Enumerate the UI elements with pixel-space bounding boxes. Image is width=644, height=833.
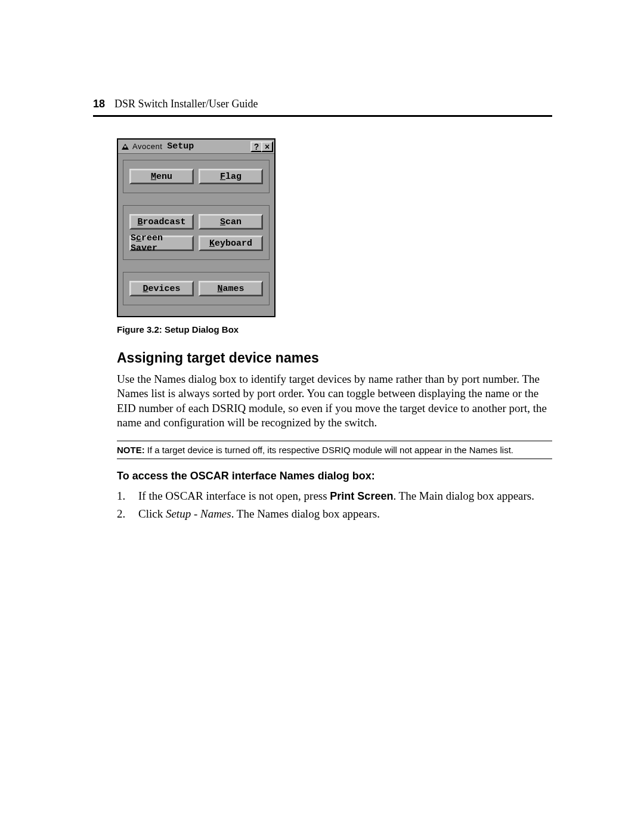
devices-button[interactable]: Devices: [129, 281, 194, 296]
note-rule-bottom: [117, 459, 552, 459]
page-header: 18 DSR Switch Installer/User Guide: [93, 98, 552, 110]
broadcast-button[interactable]: Broadcast: [129, 214, 194, 230]
page-number: 18: [93, 98, 105, 110]
subheading: To access the OSCAR interface Names dial…: [117, 470, 552, 482]
titlebar-left: Avocent Setup: [119, 141, 194, 151]
step-number: 1.: [117, 488, 128, 504]
flag-button[interactable]: Flag: [199, 169, 263, 184]
dialog-body: Menu Flag Broadcast Scan Screen Saver Ke…: [118, 154, 274, 316]
keyboard-button[interactable]: Keyboard: [199, 236, 263, 251]
doc-title: DSR Switch Installer/User Guide: [114, 98, 258, 110]
steps-list: 1. If the OSCAR interface is not open, p…: [117, 488, 552, 521]
dialog-title: Setup: [167, 141, 194, 151]
screen-saver-button[interactable]: Screen Saver: [129, 236, 194, 251]
section-heading: Assigning target device names: [117, 350, 552, 366]
step-text: Click Setup - Names. The Names dialog bo…: [138, 506, 380, 522]
step-2: 2. Click Setup - Names. The Names dialog…: [117, 506, 552, 522]
menu-button[interactable]: Menu: [129, 169, 194, 184]
step-number: 2.: [117, 506, 128, 522]
dialog-group-2: Broadcast Scan Screen Saver Keyboard: [123, 205, 270, 260]
section-paragraph: Use the Names dialog box to identify tar…: [117, 372, 552, 430]
dialog-group-3: Devices Names: [123, 272, 270, 305]
step-1: 1. If the OSCAR interface is not open, p…: [117, 488, 552, 504]
close-button[interactable]: ×: [261, 141, 273, 152]
dialog-group-1: Menu Flag: [123, 160, 270, 193]
note-block: NOTE: If a target device is turned off, …: [117, 441, 552, 459]
dialog-titlebar: Avocent Setup ? ×: [118, 140, 274, 154]
setup-dialog-box: Avocent Setup ? × Menu Flag Broadcast: [117, 138, 275, 317]
note-text: If a target device is turned off, its re…: [145, 445, 513, 455]
step-text: If the OSCAR interface is not open, pres…: [138, 488, 534, 504]
dialog-brand: Avocent: [132, 142, 162, 151]
help-button[interactable]: ?: [250, 141, 262, 152]
svg-point-0: [124, 145, 126, 148]
figure-setup-dialog: Avocent Setup ? × Menu Flag Broadcast: [117, 138, 275, 317]
header-rule: [93, 115, 552, 117]
avocent-logo-icon: [120, 143, 130, 151]
note-label: NOTE:: [117, 445, 145, 455]
scan-button[interactable]: Scan: [199, 214, 263, 230]
names-button[interactable]: Names: [199, 281, 263, 296]
figure-caption: Figure 3.2: Setup Dialog Box: [117, 324, 552, 335]
